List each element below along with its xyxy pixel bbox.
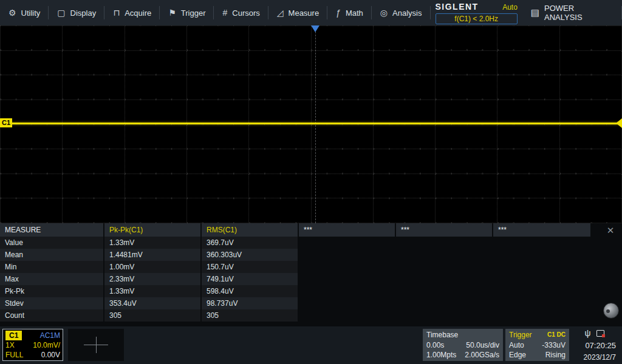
table-row: Mean 1.4481mV 360.303uV <box>0 249 622 261</box>
clock-time: 07:20:25 <box>585 341 616 350</box>
measure-col-empty-2[interactable]: *** <box>396 223 492 237</box>
timebase-rate: 2.00GSa/s <box>465 350 499 360</box>
menu-item-power-analysis[interactable]: ▤ POWER ANALYSIS <box>522 0 622 25</box>
measure-title: MEASURE <box>0 223 103 237</box>
menu-label: Math <box>346 8 363 18</box>
graticule <box>0 25 622 223</box>
measurement-panel: MEASURE Pk-Pk(C1) RMS(C1) *** *** *** Va… <box>0 223 622 326</box>
table-row: Min 1.00mV 150.7uV <box>0 261 622 273</box>
channel1-badge: C1 <box>5 331 22 340</box>
printer-icon[interactable] <box>596 330 604 337</box>
knob-indicator[interactable] <box>603 303 619 318</box>
timebase-label: Timebase <box>426 330 458 340</box>
trigger-source: C1 DC <box>547 330 566 340</box>
row-value: 2.33mV <box>104 273 200 285</box>
add-channel-descriptor[interactable] <box>68 329 124 361</box>
cursors-icon: # <box>222 8 227 18</box>
siglent-logo: SIGLENT <box>436 2 479 12</box>
trigger-mode: Auto <box>509 340 524 350</box>
channel1-coupling: AC1M <box>40 331 60 340</box>
measure-icon: ◿ <box>277 8 284 18</box>
gear-icon: ⚙ <box>9 8 16 18</box>
trigger-delay-marker[interactable] <box>311 25 320 32</box>
row-label: Count <box>0 309 103 322</box>
row-value: 150.7uV <box>202 261 298 273</box>
row-value: 1.4481mV <box>104 249 200 261</box>
math-icon: ƒ <box>336 8 341 18</box>
menu-label: Utility <box>21 8 41 18</box>
row-value: 1.33mV <box>104 237 200 249</box>
measurement-header-row: MEASURE Pk-Pk(C1) RMS(C1) *** *** *** <box>0 223 622 237</box>
row-label: Min <box>0 261 103 273</box>
menu-label: POWER ANALYSIS <box>544 4 613 22</box>
menu-item-acquire[interactable]: ⊓ Acquire <box>104 0 160 25</box>
row-label: Mean <box>0 249 103 261</box>
menu-item-trigger[interactable]: ⚑ Trigger <box>160 0 214 25</box>
trigger-type: Edge <box>509 350 526 360</box>
bottom-bar: C1 AC1M 1X 10.0mV/ FULL 0.00V Timeba <box>0 326 622 364</box>
clock-date: 2023/12/7 <box>584 353 616 362</box>
close-icon[interactable]: ✕ <box>603 225 618 236</box>
row-label: Stdev <box>0 297 103 309</box>
menu-item-math[interactable]: ƒ Math <box>327 0 372 25</box>
measure-col-empty-1[interactable]: *** <box>299 223 395 237</box>
menu-label: Trigger <box>181 8 206 18</box>
menu-label: Display <box>70 8 97 18</box>
row-value: 360.303uV <box>202 249 298 261</box>
top-menu-bar: ⚙ Utility ▢ Display ⊓ Acquire ⚑ Trigger … <box>0 0 622 25</box>
table-row: Pk-Pk 1.33mV 598.4uV <box>0 285 622 297</box>
row-label: Value <box>0 237 103 249</box>
channel1-offset-marker[interactable]: C1 <box>0 118 12 127</box>
channel1-descriptor[interactable]: C1 AC1M 1X 10.0mV/ FULL 0.00V <box>2 329 63 361</box>
acquisition-status-badge: Auto <box>502 3 518 12</box>
row-value: 1.00mV <box>104 261 200 273</box>
table-row: Max 2.33mV 749.1uV <box>0 273 622 285</box>
status-cluster: ψ 07:20:25 2023/12/7 <box>570 328 620 363</box>
menu-item-measure[interactable]: ◿ Measure <box>268 0 327 25</box>
timebase-points: 1.00Mpts <box>426 350 456 360</box>
timebase-descriptor[interactable]: Timebase 0.00s 50.0us/div 1.00Mpts 2.00G… <box>423 329 503 361</box>
row-label: Pk-Pk <box>0 285 103 297</box>
measure-col-rms[interactable]: RMS(C1) <box>202 223 298 237</box>
menu-label: Measure <box>289 8 320 18</box>
measure-col-pkpk[interactable]: Pk-Pk(C1) <box>104 223 200 237</box>
row-value: 598.4uV <box>202 285 298 297</box>
oscilloscope-screen: ⚙ Utility ▢ Display ⊓ Acquire ⚑ Trigger … <box>0 0 622 364</box>
row-label: Max <box>0 273 103 285</box>
menu-label: Analysis <box>392 8 422 18</box>
row-value: 305 <box>202 309 298 322</box>
display-icon: ▢ <box>57 8 65 18</box>
table-row: Stdev 353.4uV 98.737uV <box>0 297 622 309</box>
channel1-bandwidth: FULL <box>5 350 23 360</box>
brand-block: SIGLENT Auto f(C1) < 2.0Hz <box>431 0 522 25</box>
menu-item-display[interactable]: ▢ Display <box>49 0 104 25</box>
channel1-attenuation: 1X <box>5 340 15 350</box>
menu-item-utility[interactable]: ⚙ Utility <box>0 0 49 25</box>
menu-item-cursors[interactable]: # Cursors <box>214 0 268 25</box>
trigger-level: -333uV <box>542 340 566 350</box>
row-value: 749.1uV <box>202 273 298 285</box>
usb-icon[interactable]: ψ <box>585 329 591 337</box>
plus-icon <box>96 337 97 353</box>
trigger-descriptor[interactable]: Trigger C1 DC Auto -333uV Edge Rising <box>505 329 569 361</box>
menu-label: Acquire <box>125 8 151 18</box>
row-value: 353.4uV <box>104 297 200 309</box>
trigger-level-marker[interactable] <box>616 118 622 128</box>
timebase-delay: 0.00s <box>426 340 444 350</box>
table-row: Value 1.33mV 369.7uV <box>0 237 622 249</box>
table-row: Count 305 305 <box>0 309 622 322</box>
menu-item-analysis[interactable]: ◎ Analysis <box>372 0 431 25</box>
center-graticule-line <box>315 25 316 223</box>
power-analysis-icon: ▤ <box>531 7 539 18</box>
row-value: 1.33mV <box>104 285 200 297</box>
trigger-frequency-readout: f(C1) < 2.0Hz <box>436 13 518 24</box>
row-value: 98.737uV <box>202 297 298 309</box>
trigger-slope: Rising <box>545 350 566 360</box>
measure-col-empty-3[interactable]: *** <box>493 223 590 237</box>
channel1-offset: 0.00V <box>41 350 60 360</box>
timebase-scale: 50.0us/div <box>466 340 499 350</box>
trigger-label: Trigger <box>509 330 532 340</box>
waveform-display[interactable]: C1 <box>0 25 622 223</box>
channel1-scale: 10.0mV/ <box>33 340 60 350</box>
acquire-icon: ⊓ <box>113 8 120 18</box>
